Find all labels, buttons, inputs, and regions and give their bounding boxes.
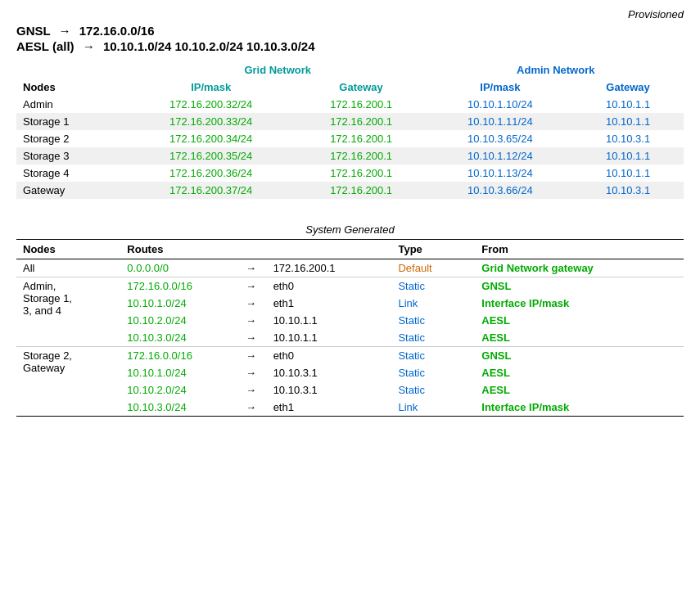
route-ip: 172.16.0.0/16 <box>120 277 235 295</box>
admin-gw: 10.10.3.1 <box>572 130 684 147</box>
admin-gw: 10.10.1.1 <box>572 113 684 130</box>
route-type: Static <box>391 364 475 381</box>
route-arrow: → <box>235 399 266 417</box>
system-generated-label: System Generated <box>16 223 684 236</box>
route-dest: 10.10.3.1 <box>267 364 392 381</box>
route-arrow: → <box>235 277 266 295</box>
aesl-arrow: → <box>83 39 95 53</box>
admin-gw: 10.10.1.1 <box>572 96 684 113</box>
admin-gateway-col-label: Gateway <box>572 79 684 96</box>
grid-gw: 172.16.200.1 <box>295 130 428 147</box>
node-name: Storage 4 <box>16 165 128 182</box>
grid-ip: 172.16.200.34/24 <box>128 130 295 147</box>
grid-gw: 172.16.200.1 <box>295 96 428 113</box>
route-from: Grid Network gateway <box>475 259 684 277</box>
route-type: Static <box>391 277 475 295</box>
table-row: Admin,Storage 1,3, and 4 172.16.0.0/16 →… <box>16 277 684 295</box>
route-ip: 10.10.1.0/24 <box>120 295 235 312</box>
aesl-label: AESL (all) <box>16 39 75 53</box>
routes-type-col: Type <box>391 240 475 259</box>
route-dest: 10.10.1.1 <box>267 329 392 347</box>
admin-ip: 10.10.1.10/24 <box>428 96 573 113</box>
grid-gw: 172.16.200.1 <box>295 165 428 182</box>
route-ip: 10.10.3.0/24 <box>120 399 235 417</box>
grid-ip: 172.16.200.32/24 <box>128 96 295 113</box>
grid-gateway-col-label: Gateway <box>295 79 428 96</box>
route-ip: 10.10.2.0/24 <box>120 312 235 329</box>
gnsl-label: GNSL <box>16 24 50 38</box>
route-type: Default <box>391 259 475 277</box>
admin-ip: 10.10.1.12/24 <box>428 147 573 165</box>
nodes-col-label: Nodes <box>16 79 128 96</box>
route-dest: eth1 <box>267 295 392 312</box>
grid-ipmask-col-label: IP/mask <box>128 79 295 96</box>
route-dest: 172.16.200.1 <box>267 259 392 277</box>
admin-ip: 10.10.3.66/24 <box>428 182 573 199</box>
route-dest: eth1 <box>267 399 392 417</box>
route-from: AESL <box>475 312 684 329</box>
route-from: Interface IP/mask <box>475 295 684 312</box>
grid-gw: 172.16.200.1 <box>295 113 428 130</box>
admin-gw: 10.10.1.1 <box>572 147 684 165</box>
grid-gw: 172.16.200.1 <box>295 182 428 199</box>
table-row: Admin 172.16.200.32/24 172.16.200.1 10.1… <box>16 96 684 113</box>
routes-table: Nodes Routes Type From All 0.0.0.0/0 → 1… <box>16 239 684 417</box>
table-row: Storage 2,Gateway 172.16.0.0/16 → eth0 S… <box>16 347 684 365</box>
admin-ip: 10.10.1.13/24 <box>428 165 573 182</box>
gnsl-arrow: → <box>59 24 71 38</box>
node-name: Gateway <box>16 182 128 199</box>
grid-ip: 172.16.200.35/24 <box>128 147 295 165</box>
routes-from-col: From <box>475 240 684 259</box>
route-type: Static <box>391 347 475 365</box>
route-from: Interface IP/mask <box>475 399 684 417</box>
aesl-line: AESL (all) → 10.10.1.0/24 10.10.2.0/24 1… <box>16 39 684 53</box>
route-type: Static <box>391 329 475 347</box>
route-arrow: → <box>235 364 266 381</box>
admin-ip: 10.10.3.65/24 <box>428 130 573 147</box>
grid-ip: 172.16.200.36/24 <box>128 165 295 182</box>
grid-ip: 172.16.200.37/24 <box>128 182 295 199</box>
admin-network-header: Admin Network <box>428 61 684 79</box>
table-row: Gateway 172.16.200.37/24 172.16.200.1 10… <box>16 182 684 199</box>
route-arrow: → <box>235 295 266 312</box>
route-ip: 10.10.2.0/24 <box>120 381 235 399</box>
routes-arrow-col <box>235 240 266 259</box>
route-from: GNSL <box>475 347 684 365</box>
route-ip: 172.16.0.0/16 <box>120 347 235 365</box>
route-dest: 10.10.1.1 <box>267 312 392 329</box>
route-ip: 10.10.3.0/24 <box>120 329 235 347</box>
route-dest: 10.10.3.1 <box>267 381 392 399</box>
table-row: Storage 3 172.16.200.35/24 172.16.200.1 … <box>16 147 684 165</box>
grid-network-header: Grid Network <box>128 61 428 79</box>
table-row: Storage 4 172.16.200.36/24 172.16.200.1 … <box>16 165 684 182</box>
gnsl-value: 172.16.0.0/16 <box>79 24 155 38</box>
gnsl-line: GNSL → 172.16.0.0/16 <box>16 24 684 38</box>
routes-dest-col <box>267 240 392 259</box>
route-arrow: → <box>235 329 266 347</box>
route-from: AESL <box>475 329 684 347</box>
table-row: Storage 1 172.16.200.33/24 172.16.200.1 … <box>16 113 684 130</box>
node-name: Storage 2 <box>16 130 128 147</box>
route-from: AESL <box>475 364 684 381</box>
route-type: Link <box>391 295 475 312</box>
admin-ip: 10.10.1.11/24 <box>428 113 573 130</box>
routes-routes-col: Routes <box>120 240 235 259</box>
route-arrow: → <box>235 381 266 399</box>
node-name: Storage 1 <box>16 113 128 130</box>
admin-gw: 10.10.3.1 <box>572 182 684 199</box>
provisioned-label: Provisioned <box>16 8 684 20</box>
admin-gw: 10.10.1.1 <box>572 165 684 182</box>
admin-ipmask-col-label: IP/mask <box>428 79 573 96</box>
col-header-nodes <box>16 61 128 79</box>
route-type: Link <box>391 399 475 417</box>
grid-gw: 172.16.200.1 <box>295 147 428 165</box>
route-node: Storage 2,Gateway <box>16 347 120 417</box>
node-name: Admin <box>16 96 128 113</box>
route-node: All <box>16 259 120 277</box>
route-from: GNSL <box>475 277 684 295</box>
network-table: Grid Network Admin Network Nodes IP/mask… <box>16 61 684 199</box>
routes-nodes-col: Nodes <box>16 240 120 259</box>
route-type: Static <box>391 312 475 329</box>
route-arrow: → <box>235 259 266 277</box>
route-dest: eth0 <box>267 277 392 295</box>
